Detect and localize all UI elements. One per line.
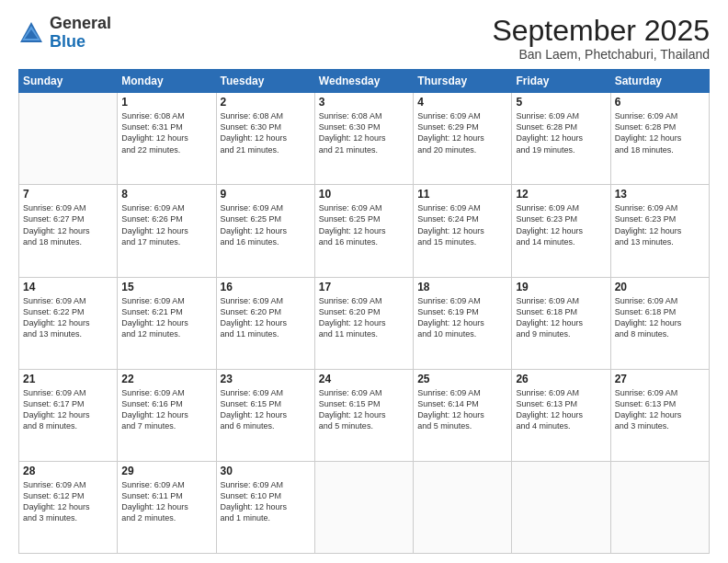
logo-blue: Blue	[50, 32, 85, 51]
week-row-5: 28Sunrise: 6:09 AM Sunset: 6:12 PM Dayli…	[19, 461, 710, 553]
week-row-4: 21Sunrise: 6:09 AM Sunset: 6:17 PM Dayli…	[19, 369, 710, 461]
title-area: September 2025 Ban Laem, Phetchaburi, Th…	[492, 15, 710, 62]
day-cell-16: 16Sunrise: 6:09 AM Sunset: 6:20 PM Dayli…	[216, 277, 314, 369]
weekday-header-monday: Monday	[118, 70, 216, 93]
weekday-header-row: SundayMondayTuesdayWednesdayThursdayFrid…	[19, 70, 710, 93]
weekday-header-wednesday: Wednesday	[314, 70, 413, 93]
weekday-header-tuesday: Tuesday	[216, 70, 314, 93]
cell-sun-info: Sunrise: 6:08 AM Sunset: 6:30 PM Dayligh…	[221, 110, 311, 155]
day-number: 24	[319, 373, 409, 385]
day-number: 28	[23, 465, 113, 477]
cell-sun-info: Sunrise: 6:09 AM Sunset: 6:20 PM Dayligh…	[221, 295, 311, 340]
header: General Blue September 2025 Ban Laem, Ph…	[18, 15, 710, 62]
empty-cell	[512, 461, 610, 553]
day-cell-3: 3Sunrise: 6:08 AM Sunset: 6:30 PM Daylig…	[314, 93, 413, 185]
cell-sun-info: Sunrise: 6:09 AM Sunset: 6:25 PM Dayligh…	[221, 202, 311, 247]
day-cell-12: 12Sunrise: 6:09 AM Sunset: 6:23 PM Dayli…	[512, 185, 610, 277]
empty-cell	[610, 461, 709, 553]
empty-cell	[314, 461, 413, 553]
day-number: 16	[221, 281, 311, 293]
day-number: 20	[615, 281, 705, 293]
day-cell-20: 20Sunrise: 6:09 AM Sunset: 6:18 PM Dayli…	[610, 277, 709, 369]
day-number: 14	[23, 281, 113, 293]
cell-sun-info: Sunrise: 6:09 AM Sunset: 6:15 PM Dayligh…	[319, 387, 409, 432]
day-cell-27: 27Sunrise: 6:09 AM Sunset: 6:13 PM Dayli…	[610, 369, 709, 461]
day-number: 22	[121, 373, 211, 385]
day-cell-1: 1Sunrise: 6:08 AM Sunset: 6:31 PM Daylig…	[118, 93, 216, 185]
cell-sun-info: Sunrise: 6:09 AM Sunset: 6:26 PM Dayligh…	[121, 202, 211, 247]
logo: General Blue	[18, 15, 111, 52]
weekday-header-friday: Friday	[512, 70, 610, 93]
day-cell-18: 18Sunrise: 6:09 AM Sunset: 6:19 PM Dayli…	[414, 277, 512, 369]
empty-cell	[19, 93, 118, 185]
day-number: 11	[417, 188, 507, 201]
day-cell-19: 19Sunrise: 6:09 AM Sunset: 6:18 PM Dayli…	[512, 277, 610, 369]
day-number: 12	[516, 188, 606, 201]
day-cell-4: 4Sunrise: 6:09 AM Sunset: 6:29 PM Daylig…	[414, 93, 512, 185]
cell-sun-info: Sunrise: 6:09 AM Sunset: 6:13 PM Dayligh…	[516, 387, 606, 432]
cell-sun-info: Sunrise: 6:09 AM Sunset: 6:18 PM Dayligh…	[516, 295, 606, 340]
day-number: 1	[121, 96, 211, 109]
cell-sun-info: Sunrise: 6:09 AM Sunset: 6:28 PM Dayligh…	[516, 110, 606, 155]
day-cell-9: 9Sunrise: 6:09 AM Sunset: 6:25 PM Daylig…	[216, 185, 314, 277]
day-cell-8: 8Sunrise: 6:09 AM Sunset: 6:26 PM Daylig…	[118, 185, 216, 277]
day-number: 9	[221, 188, 311, 201]
day-number: 25	[417, 373, 507, 385]
day-number: 3	[319, 96, 409, 109]
day-cell-14: 14Sunrise: 6:09 AM Sunset: 6:22 PM Dayli…	[19, 277, 118, 369]
cell-sun-info: Sunrise: 6:09 AM Sunset: 6:21 PM Dayligh…	[121, 295, 211, 340]
day-cell-22: 22Sunrise: 6:09 AM Sunset: 6:16 PM Dayli…	[118, 369, 216, 461]
cell-sun-info: Sunrise: 6:09 AM Sunset: 6:19 PM Dayligh…	[417, 295, 507, 340]
cell-sun-info: Sunrise: 6:09 AM Sunset: 6:25 PM Dayligh…	[319, 202, 409, 247]
day-number: 21	[23, 373, 113, 385]
day-number: 13	[615, 188, 705, 201]
cell-sun-info: Sunrise: 6:09 AM Sunset: 6:10 PM Dayligh…	[221, 479, 311, 524]
empty-cell	[414, 461, 512, 553]
day-number: 27	[615, 373, 705, 385]
cell-sun-info: Sunrise: 6:09 AM Sunset: 6:24 PM Dayligh…	[417, 202, 507, 247]
cell-sun-info: Sunrise: 6:09 AM Sunset: 6:23 PM Dayligh…	[516, 202, 606, 247]
day-cell-2: 2Sunrise: 6:08 AM Sunset: 6:30 PM Daylig…	[216, 93, 314, 185]
day-cell-28: 28Sunrise: 6:09 AM Sunset: 6:12 PM Dayli…	[19, 461, 118, 553]
cell-sun-info: Sunrise: 6:09 AM Sunset: 6:22 PM Dayligh…	[23, 295, 113, 340]
week-row-2: 7Sunrise: 6:09 AM Sunset: 6:27 PM Daylig…	[19, 185, 710, 277]
day-number: 15	[121, 281, 211, 293]
logo-icon	[18, 20, 44, 46]
cell-sun-info: Sunrise: 6:08 AM Sunset: 6:31 PM Dayligh…	[121, 110, 211, 155]
day-number: 29	[121, 465, 211, 477]
day-cell-25: 25Sunrise: 6:09 AM Sunset: 6:14 PM Dayli…	[414, 369, 512, 461]
day-number: 26	[516, 373, 606, 385]
day-number: 7	[23, 188, 113, 201]
cell-sun-info: Sunrise: 6:09 AM Sunset: 6:14 PM Dayligh…	[417, 387, 507, 432]
day-cell-30: 30Sunrise: 6:09 AM Sunset: 6:10 PM Dayli…	[216, 461, 314, 553]
day-cell-26: 26Sunrise: 6:09 AM Sunset: 6:13 PM Dayli…	[512, 369, 610, 461]
location: Ban Laem, Phetchaburi, Thailand	[492, 47, 710, 62]
cell-sun-info: Sunrise: 6:09 AM Sunset: 6:29 PM Dayligh…	[417, 110, 507, 155]
day-number: 19	[516, 281, 606, 293]
week-row-1: 1Sunrise: 6:08 AM Sunset: 6:31 PM Daylig…	[19, 93, 710, 185]
week-row-3: 14Sunrise: 6:09 AM Sunset: 6:22 PM Dayli…	[19, 277, 710, 369]
cell-sun-info: Sunrise: 6:08 AM Sunset: 6:30 PM Dayligh…	[319, 110, 409, 155]
cell-sun-info: Sunrise: 6:09 AM Sunset: 6:28 PM Dayligh…	[615, 110, 705, 155]
month-title: September 2025	[492, 15, 710, 47]
cell-sun-info: Sunrise: 6:09 AM Sunset: 6:20 PM Dayligh…	[319, 295, 409, 340]
cell-sun-info: Sunrise: 6:09 AM Sunset: 6:11 PM Dayligh…	[121, 479, 211, 524]
logo-text: General Blue	[50, 15, 111, 52]
day-cell-17: 17Sunrise: 6:09 AM Sunset: 6:20 PM Dayli…	[314, 277, 413, 369]
cell-sun-info: Sunrise: 6:09 AM Sunset: 6:23 PM Dayligh…	[615, 202, 705, 247]
day-cell-23: 23Sunrise: 6:09 AM Sunset: 6:15 PM Dayli…	[216, 369, 314, 461]
day-cell-13: 13Sunrise: 6:09 AM Sunset: 6:23 PM Dayli…	[610, 185, 709, 277]
day-number: 5	[516, 96, 606, 109]
day-number: 30	[221, 465, 311, 477]
page: General Blue September 2025 Ban Laem, Ph…	[0, 0, 728, 563]
day-number: 8	[121, 188, 211, 201]
day-number: 4	[417, 96, 507, 109]
logo-general: General	[50, 14, 111, 32]
weekday-header-saturday: Saturday	[610, 70, 709, 93]
cell-sun-info: Sunrise: 6:09 AM Sunset: 6:17 PM Dayligh…	[23, 387, 113, 432]
cell-sun-info: Sunrise: 6:09 AM Sunset: 6:15 PM Dayligh…	[221, 387, 311, 432]
day-number: 18	[417, 281, 507, 293]
weekday-header-sunday: Sunday	[19, 70, 118, 93]
day-cell-10: 10Sunrise: 6:09 AM Sunset: 6:25 PM Dayli…	[314, 185, 413, 277]
day-cell-24: 24Sunrise: 6:09 AM Sunset: 6:15 PM Dayli…	[314, 369, 413, 461]
